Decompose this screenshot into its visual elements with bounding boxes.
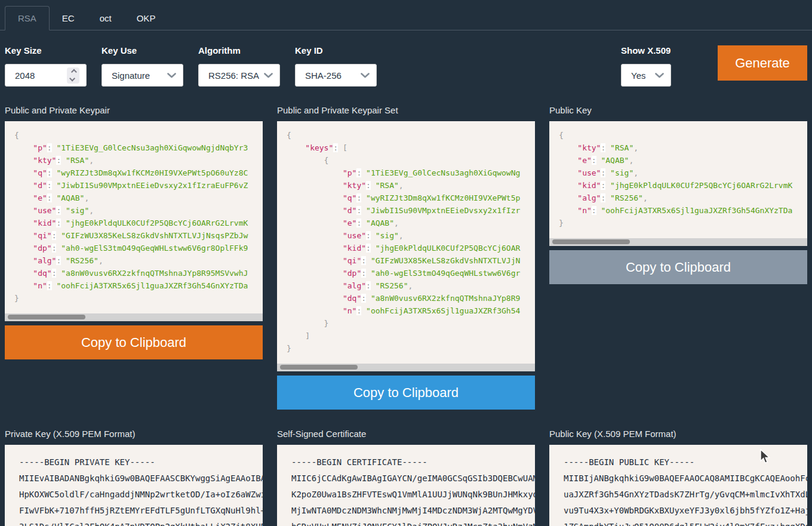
code-line: { bbox=[287, 154, 535, 167]
copy-keypair-button[interactable]: Copy to Clipboard bbox=[5, 325, 263, 359]
algorithm-select[interactable]: RS256: RSA bbox=[198, 64, 280, 87]
pem-line: MIIEvAIBADANBgkqhkiG9w0BAQEFAASCBKYwggSi… bbox=[19, 470, 263, 487]
pem-line: MjIwNTA0MDczNDM3WhcNMjMwMjI4MDczNDM3WjA2… bbox=[291, 503, 535, 519]
code-line: "dp": "ah0-wgElS3tmO49qGeqWHLstww6V6gr8O… bbox=[14, 242, 263, 254]
key-size-group: Key Size 2048 bbox=[5, 45, 87, 87]
copy-public-key-button[interactable]: Copy to Clipboard bbox=[549, 250, 807, 284]
key-id-group: Key ID SHA-256 bbox=[295, 45, 377, 87]
key-use-select[interactable]: Signature bbox=[102, 64, 183, 87]
pem-line: vu9Tu4X3x+Y0WbRDGKxBXUyxeYFJ3y0xl6jbh5fY… bbox=[564, 503, 807, 519]
code-line: "kty": "RSA", bbox=[14, 154, 263, 167]
code-line: ] bbox=[287, 330, 535, 342]
pem-line: -----BEGIN PRIVATE KEY----- bbox=[19, 454, 263, 470]
keypair-section: Public and Private Keypair { "p": "1TiE3… bbox=[5, 104, 263, 428]
public-key-title: Public Key bbox=[549, 104, 807, 116]
algorithm-label: Algorithm bbox=[198, 45, 280, 56]
key-use-value: Signature bbox=[112, 70, 150, 81]
show-x509-group: Show X.509 Yes bbox=[621, 45, 671, 87]
scrollbar-thumb[interactable] bbox=[280, 365, 358, 370]
key-use-group: Key Use Signature bbox=[102, 45, 183, 87]
code-line: "use": "sig", bbox=[287, 229, 535, 242]
code-line: "e": "AQAB", bbox=[14, 192, 263, 204]
code-line: "kty": "RSA", bbox=[287, 179, 535, 192]
code-line: "n": "oohFcijA3TXR5x6Sjl1guaJXZRf3Gh54Gn… bbox=[559, 204, 807, 217]
code-line: "kid": "jhgE0kPldqULK0CUf2P5QBcYCj6OARrG… bbox=[14, 217, 263, 229]
keypair-set-section: Public and Private Keypair Set { "keys":… bbox=[277, 104, 535, 428]
code-line: "n": "oohFcijA3TXR5x6Sjl1guaJXZRf3Gh54Gn… bbox=[14, 279, 263, 292]
code-line: "q": "wyRIZJt3Dm8qXw1fKCMz0HI9VXePWt5pO6… bbox=[14, 167, 263, 179]
key-size-input[interactable]: 2048 bbox=[5, 64, 87, 87]
spinner-up-icon[interactable] bbox=[71, 69, 77, 75]
code-line: "keys": [ bbox=[287, 142, 535, 154]
scrollbar-thumb[interactable] bbox=[8, 315, 85, 319]
chevron-down-icon bbox=[655, 73, 664, 78]
horizontal-scrollbar[interactable] bbox=[277, 364, 535, 371]
code-line: "use": "sig", bbox=[559, 167, 807, 179]
pem-line: FIwVFbK+7107hffH5jRZtEMYrEFdTLF5gUnfLTGX… bbox=[19, 503, 263, 519]
keypair-set-json: { "keys": [ { "p": "1TiE3EVg_G0lCecNsu3a… bbox=[277, 121, 535, 364]
tab-ec[interactable]: EC bbox=[50, 7, 87, 30]
horizontal-scrollbar[interactable] bbox=[5, 313, 263, 321]
algorithm-group: Algorithm RS256: RSA bbox=[198, 45, 280, 87]
code-line: { bbox=[14, 129, 263, 142]
code-line: "d": "JiwbI1Su90VMpxtnEEieDvsxy2x1fIzr bbox=[287, 204, 535, 217]
private-pem-panel: -----BEGIN PRIVATE KEY-----MIIEvAIBADANB… bbox=[5, 445, 263, 526]
chevron-down-icon bbox=[167, 73, 176, 78]
generator-controls: Key Size 2048 Key Use Signature Algorith… bbox=[0, 45, 812, 87]
certificate-panel: -----BEGIN CERTIFICATE-----MIIC6jCCAdKgA… bbox=[277, 445, 535, 526]
code-line: "p": "1TiE3EVg_G0lCecNsu3agh0XiGqwowNgjd… bbox=[14, 142, 263, 154]
public-pem-text: -----BEGIN PUBLIC KEY-----MIIBIjANBgkqhk… bbox=[549, 445, 807, 526]
code-line: "alg": "RS256", bbox=[14, 254, 263, 267]
code-line: } bbox=[559, 217, 807, 229]
public-pem-panel: -----BEGIN PUBLIC KEY-----MIIBIjANBgkqhk… bbox=[549, 445, 807, 526]
pem-line: -----BEGIN CERTIFICATE----- bbox=[291, 454, 535, 470]
tab-rsa[interactable]: RSA bbox=[5, 6, 50, 30]
code-line: "n": "oohFcijA3TXR5x6Sjl1guaJXZRf3Gh54 bbox=[287, 304, 535, 317]
public-pem-section: Public Key (X.509 PEM Format) -----BEGIN… bbox=[549, 428, 807, 526]
pem-line: 3LS1Ds/VlICal2FhOK4nA7nVDTQPp2qXkUtbaLLi… bbox=[19, 519, 263, 526]
key-size-value: 2048 bbox=[15, 70, 35, 81]
code-line: } bbox=[14, 292, 263, 304]
scrollbar-thumb[interactable] bbox=[552, 239, 630, 244]
keypair-panel: { "p": "1TiE3EVg_G0lCecNsu3agh0XiGqwowNg… bbox=[5, 121, 263, 321]
code-line: } bbox=[287, 317, 535, 330]
pem-line: 1ZSAmpdhYTiuJwO51Q00D6dql5FLW2iy4l9mY7fF… bbox=[564, 519, 807, 526]
code-line: "qi": "GIFzWU3X85KeLS8zGkdVshNTXTLVJjNsq… bbox=[14, 229, 263, 242]
public-key-section: Public Key { "kty": "RSA", "e": "AQAB", … bbox=[549, 104, 807, 428]
copy-keypair-set-button[interactable]: Copy to Clipboard bbox=[277, 376, 535, 410]
code-line: "alg": "RS256", bbox=[287, 279, 535, 292]
code-line: "d": "JiwbI1Su90VMpxtnEEieDvsxy2x1fIzraE… bbox=[14, 179, 263, 192]
chevron-down-icon bbox=[264, 73, 273, 78]
code-line: "e": "AQAB", bbox=[287, 217, 535, 229]
tab-okp[interactable]: OKP bbox=[124, 7, 168, 30]
pem-line: -----BEGIN PUBLIC KEY----- bbox=[564, 454, 807, 470]
spinner-down-icon[interactable] bbox=[69, 76, 75, 82]
code-line: "p": "1TiE3EVg_G0lCecNsu3agh0XiGqwowNg bbox=[287, 167, 535, 179]
code-line: { bbox=[559, 129, 807, 142]
horizontal-scrollbar[interactable] bbox=[549, 238, 807, 246]
show-x509-select[interactable]: Yes bbox=[621, 64, 671, 87]
code-line: "alg": "RS256", bbox=[559, 192, 807, 204]
show-x509-label: Show X.509 bbox=[621, 45, 671, 56]
code-line: "qi": "GIFzWU3X85KeLS8zGkdVshNTXTLVJjN bbox=[287, 254, 535, 267]
output-grid: Public and Private Keypair { "p": "1TiE3… bbox=[5, 104, 807, 526]
keypair-set-panel: { "keys": [ { "p": "1TiE3EVg_G0lCecNsu3a… bbox=[277, 121, 535, 371]
public-pem-title: Public Key (X.509 PEM Format) bbox=[549, 428, 807, 439]
key-size-label: Key Size bbox=[5, 45, 87, 56]
show-x509-value: Yes bbox=[631, 70, 645, 81]
chevron-down-icon bbox=[361, 73, 370, 78]
generate-button[interactable]: Generate bbox=[718, 45, 807, 81]
code-line: "kty": "RSA", bbox=[559, 142, 807, 154]
certificate-text: -----BEGIN CERTIFICATE-----MIIC6jCCAdKgA… bbox=[277, 445, 535, 526]
pem-line: MIIC6jCCAdKgAwIBAgIGAYCN/geIMA0GCSqGSIb3… bbox=[291, 470, 535, 487]
tab-oct[interactable]: oct bbox=[87, 7, 124, 30]
code-line: "use": "sig", bbox=[14, 204, 263, 217]
number-spinner[interactable] bbox=[67, 67, 79, 84]
key-id-select[interactable]: SHA-256 bbox=[295, 64, 377, 87]
algorithm-value: RS256: RSA bbox=[208, 70, 259, 81]
private-pem-section: Private Key (X.509 PEM Format) -----BEGI… bbox=[5, 428, 263, 526]
pem-line: K2poZ0Uwa1BsZHFVTEswQ1VmMlA1UUJjWUNqNk9B… bbox=[291, 487, 535, 503]
private-pem-title: Private Key (X.509 PEM Format) bbox=[5, 428, 263, 439]
public-key-panel: { "kty": "RSA", "e": "AQAB", "use": "sig… bbox=[549, 121, 807, 246]
pem-line: uaJXZRf3Gh54GnXYzTDadsK7ZHrTg/yGvqCM+mlm… bbox=[564, 487, 807, 503]
